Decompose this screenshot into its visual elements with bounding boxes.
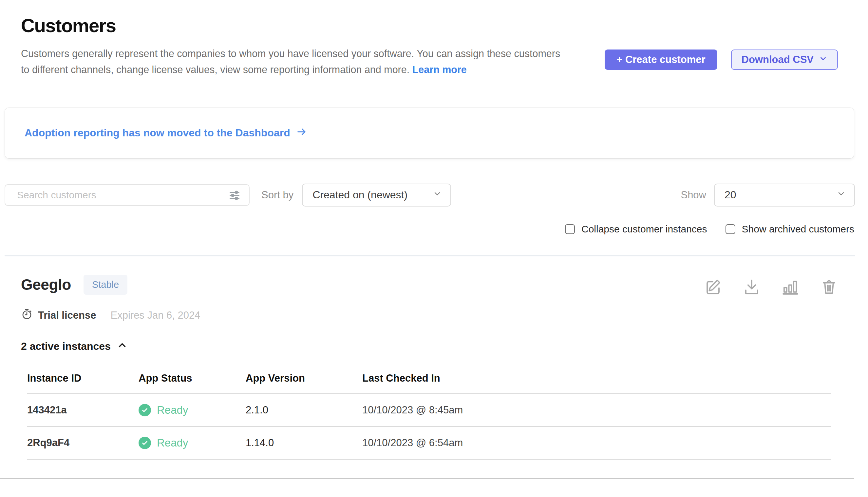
header-buttons: + Create customer Download CSV — [605, 49, 838, 70]
table-header-row: Instance ID App Status App Version Last … — [27, 365, 831, 394]
license-expires: Expires Jan 6, 2024 — [111, 310, 201, 321]
check-circle-icon — [138, 437, 151, 449]
table-row: 143421a Ready 2.1.0 10/10/2023 @ 8:45am — [27, 394, 831, 427]
last-checked-in: 10/10/2023 @ 6:54am — [362, 427, 831, 459]
timer-icon — [21, 308, 33, 323]
customer-card: Geeglo Stable — [0, 256, 868, 460]
download-csv-label: Download CSV — [741, 54, 814, 66]
col-header-last-checked-in: Last Checked In — [362, 365, 831, 394]
sort-select-value: Created on (newest) — [312, 189, 408, 201]
last-checked-in: 10/10/2023 @ 8:45am — [362, 394, 831, 427]
customers-page: Customers Customers generally represent … — [0, 0, 868, 497]
show-archived-label: Show archived customers — [742, 224, 854, 235]
app-status: Ready — [138, 437, 246, 449]
show-archived-checkbox[interactable] — [725, 224, 735, 234]
customer-name: Geeglo — [21, 276, 71, 294]
instance-table: Instance ID App Status App Version Last … — [27, 365, 831, 460]
show-select[interactable]: 20 — [714, 184, 855, 207]
show-archived-option: Show archived customers — [725, 224, 854, 235]
instance-id: 2Rq9aF4 — [27, 427, 138, 459]
adoption-banner: Adoption reporting has now moved to the … — [4, 108, 854, 159]
search-wrapper — [4, 184, 250, 206]
description-text: Customers generally represent the compan… — [21, 48, 560, 75]
license-type-label: Trial license — [38, 310, 96, 321]
create-customer-button[interactable]: + Create customer — [605, 49, 717, 70]
search-input[interactable] — [4, 184, 250, 206]
col-header-app-version: App Version — [246, 365, 362, 394]
adoption-banner-text: Adoption reporting has now moved to the … — [25, 127, 290, 139]
show-select-value: 20 — [724, 189, 736, 201]
col-header-app-status: App Status — [138, 365, 246, 394]
instances-toggle[interactable]: 2 active instances — [21, 340, 128, 353]
chevron-down-icon — [837, 189, 846, 201]
app-status-label: Ready — [157, 437, 188, 449]
channel-badge: Stable — [84, 275, 128, 295]
app-version: 2.1.0 — [246, 394, 362, 427]
sort-by-label: Sort by — [261, 189, 293, 201]
page-description: Customers generally represent the compan… — [21, 45, 571, 78]
sort-select[interactable]: Created on (newest) — [302, 184, 451, 207]
col-header-instance-id: Instance ID — [27, 365, 138, 394]
customer-separator — [0, 478, 854, 479]
license-row: Trial license Expires Jan 6, 2024 — [21, 308, 838, 323]
chevron-down-icon — [819, 54, 827, 66]
filter-sliders-icon[interactable] — [228, 189, 241, 203]
chevron-down-icon — [433, 189, 442, 201]
app-status: Ready — [138, 404, 246, 416]
instances-toggle-label: 2 active instances — [21, 340, 111, 352]
collapse-instances-option: Collapse customer instances — [565, 224, 707, 235]
download-csv-button[interactable]: Download CSV — [731, 49, 838, 70]
edit-icon[interactable] — [704, 278, 722, 297]
filter-bar: Sort by Created on (newest) Show 20 — [4, 184, 855, 207]
license-type: Trial license — [21, 308, 96, 323]
trash-icon[interactable] — [820, 278, 838, 297]
page-header: Customers Customers generally represent … — [0, 0, 868, 78]
view-options: Collapse customer instances Show archive… — [0, 224, 854, 235]
download-icon[interactable] — [743, 278, 761, 297]
collapse-instances-checkbox[interactable] — [565, 224, 575, 234]
instance-id: 143421a — [27, 394, 138, 427]
learn-more-link[interactable]: Learn more — [412, 64, 467, 75]
show-label: Show — [681, 189, 706, 201]
table-row: 2Rq9aF4 Ready 1.14.0 10/10/2023 @ 6:54am — [27, 427, 831, 459]
analytics-icon[interactable] — [781, 278, 799, 297]
collapse-instances-label: Collapse customer instances — [582, 224, 707, 235]
adoption-banner-link[interactable]: Adoption reporting has now moved to the … — [25, 126, 307, 140]
check-circle-icon — [138, 404, 151, 416]
page-title: Customers — [21, 14, 838, 37]
chevron-up-icon — [117, 340, 128, 353]
app-version: 1.14.0 — [246, 427, 362, 459]
app-status-label: Ready — [157, 404, 188, 416]
arrow-right-icon — [296, 126, 307, 140]
customer-actions — [704, 278, 838, 297]
